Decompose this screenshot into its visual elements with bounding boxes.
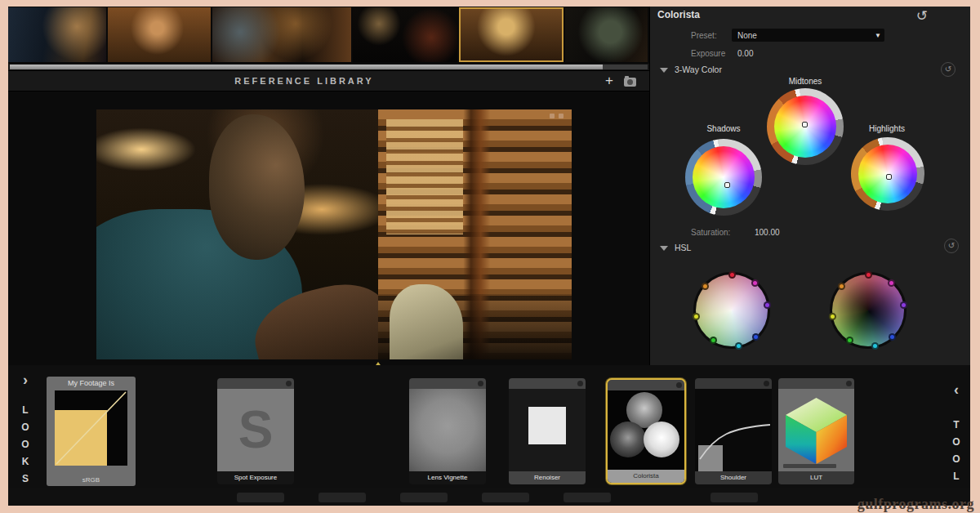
preview-after-half xyxy=(378,109,572,359)
footage-card-caption: sRGB xyxy=(47,476,136,484)
card-title-bar xyxy=(509,378,586,389)
midtones-indicator[interactable] xyxy=(802,122,808,127)
colorista-sphere xyxy=(644,422,679,457)
preview-before-half xyxy=(96,109,378,359)
hue-dot-blue[interactable] xyxy=(889,333,896,341)
hue-dot-orange[interactable] xyxy=(702,283,709,290)
hue-dot-green[interactable] xyxy=(846,337,853,344)
split-preview-image[interactable] xyxy=(96,109,572,359)
hue-dot-yellow[interactable] xyxy=(693,313,700,320)
card-title-bar xyxy=(217,378,294,389)
film-thumbnail[interactable] xyxy=(108,7,211,62)
collapse-triangle-icon[interactable] xyxy=(660,246,668,251)
saturation-label: Saturation: xyxy=(691,228,730,237)
footage-curve-thumbnail xyxy=(55,390,127,466)
card-badge-icon xyxy=(577,381,583,386)
shadows-hue-wheel[interactable] xyxy=(693,146,755,208)
card-badge-icon xyxy=(846,381,852,386)
reference-library-header: REFERENCE LIBRARY + xyxy=(8,70,649,91)
section-hsl-label[interactable]: HSL xyxy=(675,243,691,252)
card-badge-icon xyxy=(478,381,483,386)
hue-dot-green[interactable] xyxy=(710,337,717,344)
card-title-bar xyxy=(695,378,772,389)
preset-value: None xyxy=(737,31,757,40)
overlay-icon[interactable] xyxy=(559,114,564,118)
footage-card[interactable]: My Footage Is sRGB xyxy=(47,377,136,486)
filmstrip-scrollbar[interactable] xyxy=(10,65,648,69)
hue-dot-cyan[interactable] xyxy=(735,342,742,350)
section-3way-label[interactable]: 3-Way Color xyxy=(675,65,722,74)
preset-dropdown[interactable]: None ▼ xyxy=(732,29,884,42)
lens-vignette-thumbnail xyxy=(409,389,486,471)
hsl-luminance-wheel[interactable] xyxy=(830,272,906,349)
hue-dot-yellow[interactable] xyxy=(829,313,836,320)
collapse-triangle-icon[interactable] xyxy=(660,68,668,73)
midtones-wheel[interactable] xyxy=(767,88,844,165)
scrollbar-thumb[interactable] xyxy=(10,65,603,69)
camera-snapshot-icon[interactable] xyxy=(624,78,636,87)
card-caption: Shoulder xyxy=(695,471,772,484)
shadows-wheel[interactable] xyxy=(685,139,762,216)
film-thumbnail[interactable] xyxy=(212,7,351,62)
colorista-thumbnail xyxy=(608,390,684,470)
partial-icon xyxy=(564,493,611,502)
highlights-indicator[interactable] xyxy=(886,174,892,180)
partial-icon xyxy=(237,493,284,502)
tool-card-shoulder[interactable]: Shoulder xyxy=(695,378,772,484)
hue-dot-cyan[interactable] xyxy=(871,342,879,350)
partial-icon xyxy=(482,493,529,502)
tool-card-renoiser[interactable]: Renoiser xyxy=(509,378,586,484)
hue-dot-orange[interactable] xyxy=(838,283,845,290)
watermark: gulfprograms.org xyxy=(858,496,974,513)
film-thumbnail[interactable] xyxy=(565,7,648,62)
hue-dot-magenta[interactable] xyxy=(888,279,895,287)
renoiser-thumbnail xyxy=(509,389,586,471)
card-title-bar xyxy=(409,378,486,389)
exposure-value[interactable]: 0.00 xyxy=(737,49,753,58)
saturation-value[interactable]: 100.00 xyxy=(755,228,780,237)
hsl-saturation-wheel[interactable] xyxy=(693,272,770,349)
card-caption: LUT xyxy=(778,471,854,484)
card-badge-icon xyxy=(286,381,292,386)
lut-filename-text xyxy=(783,464,836,468)
undo-icon[interactable]: ↺ xyxy=(916,7,928,25)
card-title-bar xyxy=(608,380,684,390)
hue-dot-red[interactable] xyxy=(728,271,736,279)
hue-dot-red[interactable] xyxy=(865,271,872,279)
preview-area xyxy=(8,91,649,365)
tool-card-lens-vignette[interactable]: Lens Vignette xyxy=(409,378,486,484)
tool-card-lut[interactable]: LUT xyxy=(778,378,854,484)
spot-exposure-glyph: S xyxy=(238,400,274,459)
footage-card-title: My Footage Is xyxy=(47,379,136,387)
reset-hsl-icon[interactable]: ↺ xyxy=(944,239,959,253)
reference-filmstrip xyxy=(8,7,649,64)
app-window: REFERENCE LIBRARY + xyxy=(8,7,970,506)
tool-card-spot-exposure[interactable]: S Spot Exposure xyxy=(217,378,294,484)
preset-label: Preset: xyxy=(691,31,717,40)
tool-card-colorista[interactable]: Colorista xyxy=(606,378,686,484)
midtones-label: Midtones xyxy=(768,77,842,86)
shadows-indicator[interactable] xyxy=(724,182,730,188)
hue-dot-blue[interactable] xyxy=(752,333,760,341)
partial-icon xyxy=(400,493,448,502)
hue-dot-magenta[interactable] xyxy=(751,279,759,287)
looks-tools-strip: › LOOKS My Footage Is sRGB S Spo xyxy=(8,365,970,506)
spot-exposure-thumbnail: S xyxy=(217,389,294,471)
film-thumbnail[interactable] xyxy=(353,7,457,62)
card-caption: Renoiser xyxy=(509,471,586,484)
shelf-stack xyxy=(386,119,464,234)
hue-dot-purple[interactable] xyxy=(764,301,771,309)
add-reference-button[interactable]: + xyxy=(605,73,613,89)
card-caption: Colorista xyxy=(608,470,684,483)
card-badge-icon xyxy=(676,382,682,388)
hue-dot-purple[interactable] xyxy=(900,301,907,309)
tools-expand-chevron-icon[interactable]: › xyxy=(954,381,959,399)
shadows-label: Shadows xyxy=(687,124,760,133)
reset-3way-icon[interactable]: ↺ xyxy=(941,62,956,77)
looks-expand-chevron-icon[interactable]: › xyxy=(23,372,28,389)
overlay-icon[interactable] xyxy=(550,114,555,118)
film-thumbnail-selected[interactable] xyxy=(459,7,564,62)
partial-icon xyxy=(710,493,758,502)
film-thumbnail[interactable] xyxy=(8,7,106,62)
highlights-wheel[interactable] xyxy=(851,137,924,211)
